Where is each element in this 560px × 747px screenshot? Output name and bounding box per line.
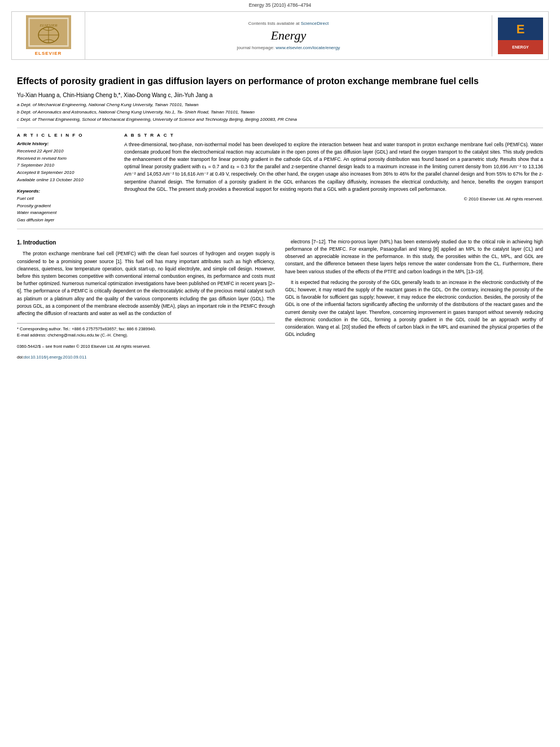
divider-2 bbox=[17, 229, 543, 229]
elsevier-logo-section: ELSEVIER ELSEVIER bbox=[12, 12, 85, 59]
energy-logo-section: E ENERGY bbox=[492, 15, 548, 56]
elsevier-logo-image: ELSEVIER bbox=[26, 15, 71, 49]
accepted-date: Accepted 8 September 2010 bbox=[17, 169, 113, 177]
journal-homepage-link[interactable]: www.elsevier.com/locate/energy bbox=[275, 45, 340, 50]
keyword-4: Gas diffusion layer bbox=[17, 217, 113, 224]
content-area: Effects of porosity gradient in gas diff… bbox=[0, 62, 560, 366]
svg-text:ELSEVIER: ELSEVIER bbox=[39, 23, 58, 28]
revised-date: 7 September 2010 bbox=[17, 162, 113, 169]
author-names: Yu-Xian Huang a, Chin-Hsiang Cheng b,*, … bbox=[17, 92, 213, 98]
keywords-list: Fuel cell Porosity gradient Water manage… bbox=[17, 195, 113, 224]
available-date: Available online 13 October 2010 bbox=[17, 177, 113, 184]
paper-title: Effects of porosity gradient in gas diff… bbox=[17, 76, 543, 88]
body-right-col: electrons [7–12]. The micro-porous layer… bbox=[285, 238, 543, 361]
divider-1 bbox=[17, 128, 543, 128]
article-info-heading: A R T I C L E I N F O bbox=[17, 133, 113, 138]
corresponding-author: * Corresponding author. Tel.: +886 6 275… bbox=[17, 326, 275, 332]
intro-p1: The proton exchange membrane fuel cell (… bbox=[17, 250, 275, 317]
keyword-1: Fuel cell bbox=[17, 195, 113, 203]
footnote-area: * Corresponding author. Tel.: +886 6 275… bbox=[17, 323, 275, 339]
journal-header: ELSEVIER ELSEVIER Contents lists availab… bbox=[11, 11, 549, 60]
svg-rect-1 bbox=[29, 18, 68, 46]
revised-label: Received in revised form bbox=[17, 155, 113, 163]
body-left-col: 1. Introduction The proton exchange memb… bbox=[17, 238, 275, 361]
affiliations: a Dept. of Mechanical Engineering, Natio… bbox=[17, 102, 543, 123]
sciencedirect-link[interactable]: ScienceDirect bbox=[301, 21, 329, 26]
abstract-col: A B S T R A C T A three-dimensional, two… bbox=[124, 133, 543, 224]
journal-info-center: Contents lists available at ScienceDirec… bbox=[85, 16, 492, 55]
authors-line: Yu-Xian Huang a, Chin-Hsiang Cheng b,*, … bbox=[17, 92, 543, 98]
citation-text: Energy 35 (2010) 4786–4794 bbox=[249, 2, 312, 8]
journal-homepage: journal homepage: www.elsevier.com/locat… bbox=[237, 45, 340, 50]
keyword-3: Water management bbox=[17, 209, 113, 217]
elsevier-logo: ELSEVIER ELSEVIER bbox=[26, 15, 71, 56]
article-info-abstract: A R T I C L E I N F O Article history: R… bbox=[17, 133, 543, 224]
keywords-label: Keywords: bbox=[17, 189, 113, 194]
body-right-p1: electrons [7–12]. The micro-porous layer… bbox=[285, 238, 543, 276]
journal-title: Energy bbox=[271, 28, 307, 43]
issn-line: 0360-5442/$ – see front matter © 2010 El… bbox=[17, 343, 275, 350]
svg-text:ENERGY: ENERGY bbox=[512, 45, 529, 49]
email-address: E-mail address: chcheng@mail.ncku.edu.tw… bbox=[17, 332, 275, 338]
affiliation-a: a Dept. of Mechanical Engineering, Natio… bbox=[17, 102, 543, 108]
elsevier-label: ELSEVIER bbox=[35, 51, 62, 56]
svg-rect-0 bbox=[26, 15, 71, 49]
affiliation-c: c Dept. of Thermal Engineering, School o… bbox=[17, 116, 543, 123]
copyright-notice: © 2010 Elsevier Ltd. All rights reserved… bbox=[124, 196, 543, 202]
body-content: 1. Introduction The proton exchange memb… bbox=[17, 238, 543, 361]
energy-logo-box: E ENERGY bbox=[498, 18, 543, 54]
sciencedirect-line: Contents lists available at ScienceDirec… bbox=[248, 21, 329, 26]
body-right-p2: It is expected that reducing the porosit… bbox=[285, 279, 543, 338]
body-two-col: 1. Introduction The proton exchange memb… bbox=[17, 238, 543, 361]
received-date: Received 22 April 2010 bbox=[17, 148, 113, 155]
abstract-text: A three-dimensional, two-phase, non-isot… bbox=[124, 141, 543, 193]
intro-heading: 1. Introduction bbox=[17, 238, 275, 247]
affiliation-b: b Dept. of Aeronautics and Astronautics,… bbox=[17, 109, 543, 116]
citation-bar: Energy 35 (2010) 4786–4794 bbox=[0, 0, 560, 9]
doi-link[interactable]: doi:10.1016/j.energy.2010.09.011 bbox=[24, 355, 86, 360]
article-dates: Received 22 April 2010 Received in revis… bbox=[17, 148, 113, 184]
abstract-heading: A B S T R A C T bbox=[124, 133, 543, 138]
svg-text:E: E bbox=[516, 22, 524, 36]
article-info-col: A R T I C L E I N F O Article history: R… bbox=[17, 133, 113, 224]
keyword-2: Porosity gradient bbox=[17, 203, 113, 210]
doi-line: doi:doi:10.1016/j.energy.2010.09.011 bbox=[17, 354, 275, 361]
history-label: Article history: bbox=[17, 141, 113, 146]
svg-point-3 bbox=[38, 27, 59, 43]
